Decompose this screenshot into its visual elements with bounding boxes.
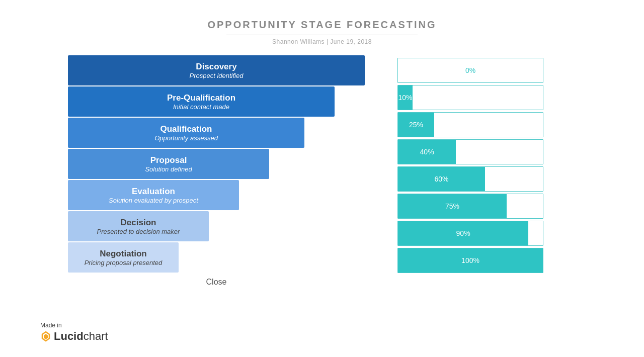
funnel-stage-decision: DecisionPresented to decision maker (68, 211, 209, 241)
funnel-stage-discovery: DiscoveryProspect identified (68, 55, 365, 85)
page-title: OPPORTUNITY STAGE FORECASTING (0, 19, 644, 31)
bar-pct-label-60: 60% (434, 175, 448, 183)
lucid-text: Lucidchart (54, 330, 108, 343)
bar-pct-label-10: 10% (398, 94, 412, 102)
branding-lucid: Lucid (54, 330, 84, 342)
progress-bar-40: 40% (397, 139, 543, 164)
bars-container: 0%10%25%40%60%75%90%100% (397, 55, 543, 273)
lucidchart-icon (40, 331, 51, 342)
bar-fill-25: 25% (398, 113, 434, 137)
bar-fill-75: 75% (398, 194, 507, 218)
bar-pct-label-25: 25% (409, 121, 423, 129)
funnel-stage-proposal: ProposalSolution defined (68, 149, 269, 179)
progress-bar-100: 100% (397, 248, 543, 273)
progress-bar-10: 10% (397, 85, 543, 110)
bar-fill-100: 100% (398, 248, 543, 273)
header-divider (226, 35, 418, 35)
bar-fill-40: 40% (398, 140, 456, 164)
bar-pct-label-75: 75% (445, 202, 459, 210)
stage-sub-discovery: Prospect identified (190, 72, 244, 79)
close-label: Close (206, 278, 227, 287)
progress-bar-25: 25% (397, 112, 543, 137)
stage-name-decision: Decision (121, 218, 156, 228)
progress-bar-0: 0% (397, 58, 543, 83)
bar-fill-90: 90% (398, 221, 528, 245)
stage-name-prequalification: Pre-Qualification (167, 93, 235, 103)
bar-label-0: 0% (398, 66, 543, 74)
funnel-stage-evaluation: EvaluationSolution evaluated by prospect (68, 180, 239, 210)
stage-sub-decision: Presented to decision maker (97, 228, 180, 235)
main-content: DiscoveryProspect identifiedPre-Qualific… (0, 50, 644, 287)
bar-pct-label-100: 100% (461, 256, 479, 264)
stage-name-discovery: Discovery (196, 62, 236, 72)
stage-sub-qualification: Opportunity assessed (154, 134, 218, 142)
bar-fill-60: 60% (398, 167, 485, 191)
stage-name-qualification: Qualification (160, 124, 212, 134)
stage-sub-prequalification: Initial contact made (173, 103, 229, 111)
funnel-stage-prequalification: Pre-QualificationInitial contact made (68, 86, 335, 117)
branding-made-in-text: Made in (40, 322, 108, 329)
branding-logo: Lucidchart (40, 330, 108, 343)
bar-pct-label-90: 90% (456, 229, 470, 237)
bar-pct-label-40: 40% (420, 148, 434, 156)
stage-name-evaluation: Evaluation (132, 187, 175, 197)
stage-sub-proposal: Solution defined (145, 165, 192, 173)
bar-fill-10: 10% (398, 85, 413, 110)
funnel-stage-negotiation: NegotiationPricing proposal presented (68, 242, 179, 273)
stage-sub-negotiation: Pricing proposal presented (85, 259, 163, 266)
funnel-stages: DiscoveryProspect identifiedPre-Qualific… (68, 55, 365, 274)
branding-chart: chart (84, 330, 108, 342)
stage-name-proposal: Proposal (150, 155, 187, 165)
progress-bar-60: 60% (397, 166, 543, 192)
funnel-stage-qualification: QualificationOpportunity assessed (68, 118, 304, 148)
header-subtitle: Shannon Williams | June 19, 2018 (0, 38, 644, 45)
stage-sub-evaluation: Solution evaluated by prospect (109, 197, 198, 204)
progress-bar-90: 90% (397, 221, 543, 246)
header: OPPORTUNITY STAGE FORECASTING Shannon Wi… (0, 0, 644, 50)
branding: Made in Lucidchart (40, 322, 108, 343)
funnel-container: DiscoveryProspect identifiedPre-Qualific… (65, 55, 367, 287)
stage-name-negotiation: Negotiation (100, 249, 147, 259)
progress-bar-75: 75% (397, 194, 543, 219)
